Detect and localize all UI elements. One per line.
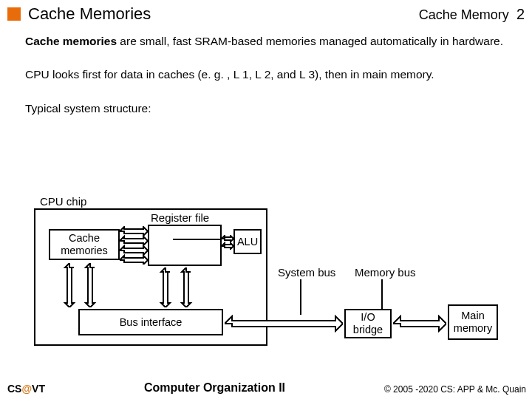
cpu-chip-label: CPU chip — [40, 195, 86, 208]
page-title: Cache Memories — [28, 4, 419, 24]
footer: CS@VT Computer Organization II © 2005 -2… — [0, 381, 532, 396]
header-right: Cache Memory 2 — [419, 6, 525, 23]
register-file-label: Register file — [151, 211, 209, 224]
footer-at: @ — [21, 383, 32, 395]
arrow-regfile-alu-icon — [222, 235, 233, 250]
arrow-cache-bus-icon — [62, 263, 100, 307]
register-file-box — [148, 225, 222, 266]
regfile-row — [197, 239, 220, 251]
footer-center: Computer Organization II — [45, 381, 384, 395]
arrow-memory-bus-icon — [393, 315, 446, 332]
cache-memories-box: Cache memories — [49, 229, 120, 260]
arrow-system-bus-icon — [225, 315, 343, 332]
title-bar: Cache Memories Cache Memory 2 — [0, 0, 532, 27]
paragraph-3: Typical system structure: — [25, 101, 513, 115]
footer-vt: VT — [32, 383, 45, 395]
arrow-regfile-bus-icon — [158, 267, 197, 307]
cache-memories-term: Cache memories — [25, 35, 117, 47]
body-text: Cache memories are small, fast SRAM-base… — [25, 34, 513, 115]
arrow-cache-regfile-icon — [120, 226, 148, 265]
alu-box: ALU — [233, 229, 262, 254]
p1-rest: are small, fast SRAM-based memories mana… — [117, 35, 503, 47]
bus-interface-box: Bus interface — [78, 309, 223, 335]
main-memory-box: Main memory — [448, 304, 498, 340]
system-bus-label: System bus — [278, 266, 335, 279]
title-bullet-icon — [7, 7, 21, 21]
page-number: 2 — [516, 6, 525, 23]
system-diagram: CPU chip Register file Cache memories AL… — [34, 197, 507, 359]
regfile-row — [149, 239, 173, 251]
regfile-row — [173, 239, 197, 251]
paragraph-1: Cache memories are small, fast SRAM-base… — [25, 34, 513, 48]
footer-cs: CS — [7, 383, 21, 395]
topic-label: Cache Memory — [419, 7, 509, 23]
footer-left: CS@VT — [7, 383, 45, 395]
memory-bus-label: Memory bus — [355, 266, 416, 279]
paragraph-2: CPU looks first for data in caches (e. g… — [25, 67, 513, 81]
io-bridge-box: I/O bridge — [344, 309, 392, 338]
sysbus-label-line-icon — [300, 279, 301, 315]
footer-right: © 2005 -2020 CS: APP & Mc. Quain — [384, 384, 526, 395]
